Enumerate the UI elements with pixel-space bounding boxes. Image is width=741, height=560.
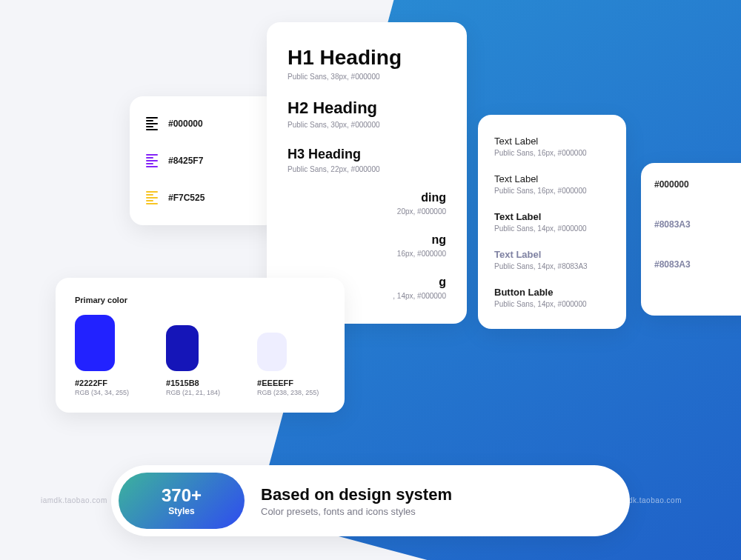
primary-color-title: Primary color xyxy=(75,296,325,304)
label-item: Button Lable Public Sans, 14px, #000000 xyxy=(494,287,610,308)
color-tokens-peek-card: #000000 #8083A3 #8083A3 xyxy=(641,163,741,316)
label-meta: Public Sans, 16px, #000000 xyxy=(494,187,610,195)
styles-count-pill: 370+ Styles Based on design system Color… xyxy=(111,465,630,536)
text-label: Text Label xyxy=(494,173,610,184)
color-token: #8083A3 xyxy=(654,259,741,270)
swatch-col: #1515B8 RGB (21, 21, 184) xyxy=(166,315,220,396)
swatch-rgb: RGB (238, 238, 255) xyxy=(257,389,319,396)
h4-heading-partial: ding xyxy=(288,191,446,204)
color-swatch xyxy=(75,315,115,371)
color-row: #000000 xyxy=(146,117,262,130)
swatch-row: #2222FF RGB (34, 34, 255) #1515B8 RGB (2… xyxy=(75,315,325,396)
pill-text: Based on design system Color presets, fo… xyxy=(261,485,452,517)
h5-heading-partial: ng xyxy=(288,233,446,247)
align-left-icon xyxy=(146,191,158,204)
align-left-icon xyxy=(146,117,158,130)
swatch-hex: #1515B8 xyxy=(166,379,220,387)
label-meta: Public Sans, 16px, #000000 xyxy=(494,149,610,157)
color-token: #8083A3 xyxy=(654,219,741,230)
typo-meta: Public Sans, 38px, #000000 xyxy=(288,73,446,81)
color-hex-label: #000000 xyxy=(168,119,203,129)
typo-item: H3 Heading Public Sans, 22px, #000000 xyxy=(288,147,446,173)
label-item: Text Label Public Sans, 14px, #000000 xyxy=(494,211,610,233)
styles-count: 370+ xyxy=(162,485,202,506)
h1-heading: H1 Heading xyxy=(288,46,446,70)
typo-item: ding 20px, #000000 xyxy=(288,191,446,216)
text-label-bold: Text Label xyxy=(494,211,610,222)
color-swatch xyxy=(257,333,287,371)
color-swatch xyxy=(166,325,199,371)
color-row: #8425F7 xyxy=(146,154,262,167)
label-item: Text Label Public Sans, 16px, #000000 xyxy=(494,136,610,157)
align-left-icon xyxy=(146,154,158,167)
swatch-rgb: RGB (21, 21, 184) xyxy=(166,389,220,396)
h2-heading: H2 Heading xyxy=(288,99,446,118)
color-hex-label: #8425F7 xyxy=(168,156,203,166)
label-meta: Public Sans, 14px, #000000 xyxy=(494,300,610,308)
typo-item: H1 Heading Public Sans, 38px, #000000 xyxy=(288,46,446,81)
label-item: Text Label Public Sans, 14px, #8083A3 xyxy=(494,249,610,270)
watermark-text: iamdk.taobao.com xyxy=(41,496,107,504)
text-labels-card: Text Label Public Sans, 16px, #000000 Te… xyxy=(478,115,626,329)
color-styles-card: #000000 #8425F7 #F7C525 xyxy=(130,96,278,225)
color-hex-label: #F7C525 xyxy=(168,193,205,203)
label-item: Text Label Public Sans, 16px, #000000 xyxy=(494,173,610,195)
pill-desc: Color presets, fonts and icons styles xyxy=(261,506,452,517)
typo-meta: 16px, #000000 xyxy=(288,250,446,258)
swatch-col: #EEEEFF RGB (238, 238, 255) xyxy=(257,315,319,396)
swatch-hex: #EEEEFF xyxy=(257,379,319,387)
styles-count-badge: 370+ Styles xyxy=(119,473,245,529)
typo-item: H2 Heading Public Sans, 30px, #000000 xyxy=(288,99,446,129)
styles-sub: Styles xyxy=(168,506,194,516)
typo-meta: 20px, #000000 xyxy=(288,207,446,216)
text-label: Text Label xyxy=(494,136,610,147)
label-meta: Public Sans, 14px, #8083A3 xyxy=(494,262,610,270)
swatch-rgb: RGB (34, 34, 255) xyxy=(75,389,129,396)
swatch-col: #2222FF RGB (34, 34, 255) xyxy=(75,315,129,396)
color-row: #F7C525 xyxy=(146,191,262,204)
swatch-hex: #2222FF xyxy=(75,379,129,387)
typo-meta: Public Sans, 22px, #000000 xyxy=(288,165,446,173)
label-meta: Public Sans, 14px, #000000 xyxy=(494,224,610,233)
typo-meta: Public Sans, 30px, #000000 xyxy=(288,121,446,129)
typo-item: ng 16px, #000000 xyxy=(288,233,446,258)
h3-heading: H3 Heading xyxy=(288,147,446,162)
primary-color-card: Primary color #2222FF RGB (34, 34, 255) … xyxy=(56,278,345,413)
pill-title: Based on design system xyxy=(261,485,452,504)
text-label-grey: Text Label xyxy=(494,249,610,260)
color-token: #000000 xyxy=(654,179,741,190)
button-label: Button Lable xyxy=(494,287,610,298)
